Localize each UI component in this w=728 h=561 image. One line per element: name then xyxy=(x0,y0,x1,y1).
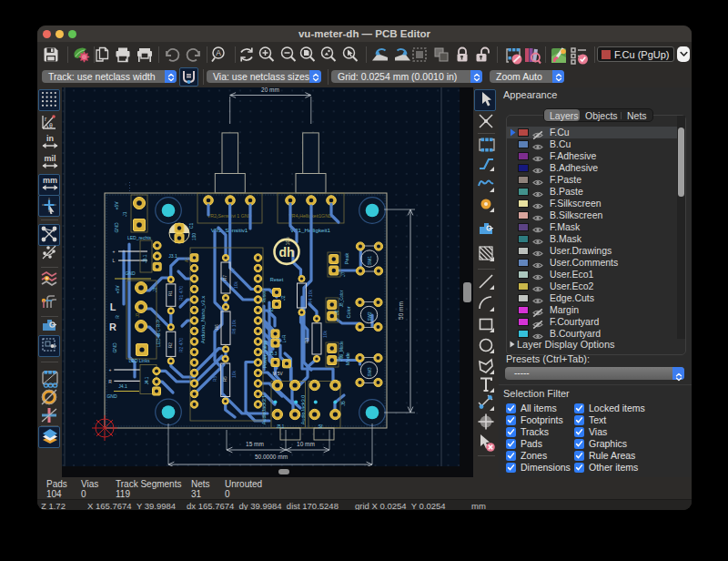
svg-text:J4.1: J4.1 xyxy=(118,383,127,389)
svg-text:10 mm: 10 mm xyxy=(297,441,315,447)
svg-text:L: L xyxy=(110,301,116,312)
svg-text:J2: J2 xyxy=(280,295,286,301)
svg-text:SW2: SW2 xyxy=(368,311,372,321)
svg-text:10k: 10k xyxy=(322,330,328,338)
svg-text:Sf: Sf xyxy=(318,423,323,429)
svg-text:AudioJack3.0: AudioJack3.0 xyxy=(300,395,306,424)
svg-text:GND: GND xyxy=(125,270,136,276)
svg-text:J5: J5 xyxy=(340,401,346,406)
svg-text:R: R xyxy=(109,321,116,332)
svg-text:J3.1: J3.1 xyxy=(168,253,177,259)
svg-text:50 mm: 50 mm xyxy=(398,301,404,320)
svg-text:R6: R6 xyxy=(215,324,219,330)
svg-text:in: in xyxy=(46,134,54,143)
svg-text:J3.1: J3.1 xyxy=(143,254,147,262)
svg-text:+5V: +5V xyxy=(115,285,120,294)
svg-text:M 5V: M 5V xyxy=(272,372,283,376)
svg-text:J8_Color: J8_Color xyxy=(339,290,344,307)
svg-text:AudioJack3.1: AudioJack3.1 xyxy=(261,395,267,424)
svg-text:20 mm: 20 mm xyxy=(261,87,279,93)
svg-text:C1: C1 xyxy=(188,223,194,230)
svg-text:10k: 10k xyxy=(233,280,238,289)
svg-text:L: L xyxy=(113,258,116,263)
svg-text:50.0000 mm: 50.0000 mm xyxy=(255,454,288,460)
svg-text:+5V: +5V xyxy=(114,201,119,210)
svg-text:GND: GND xyxy=(114,222,119,233)
svg-text:J5.1: J5.1 xyxy=(277,424,285,429)
svg-text:R1: R1 xyxy=(168,291,173,296)
svg-text:10u: 10u xyxy=(285,237,290,245)
svg-text:J2: J2 xyxy=(268,307,274,312)
svg-text:SW1: SW1 xyxy=(368,256,372,265)
svg-text:R2: R2 xyxy=(168,342,173,348)
svg-text:L+R: L+R xyxy=(282,334,287,342)
svg-text:R5: R5 xyxy=(212,376,217,382)
svg-text:15 mm: 15 mm xyxy=(246,441,264,447)
svg-text:R: R xyxy=(108,379,112,384)
svg-text:J9_Mode: J9_Mode xyxy=(339,341,344,358)
svg-text:R7: R7 xyxy=(230,268,236,274)
svg-text:dh: dh xyxy=(278,245,294,260)
svg-text:Peak: Peak xyxy=(344,252,349,264)
svg-text:SW3: SW3 xyxy=(368,367,372,376)
svg-text:R6 10k: R6 10k xyxy=(231,320,237,334)
svg-text:10k: 10k xyxy=(231,370,237,378)
svg-text:Reset: Reset xyxy=(270,277,284,282)
svg-text:GND: GND xyxy=(106,393,117,399)
svg-text:J3: J3 xyxy=(136,312,140,317)
svg-text:Power_Value: Power_Value xyxy=(262,341,268,369)
svg-text:J1: J1 xyxy=(122,211,127,217)
svg-text:R7: R7 xyxy=(223,275,228,280)
svg-text:+: + xyxy=(109,367,112,372)
svg-text:R4 10k: R4 10k xyxy=(308,290,313,304)
svg-text:R5: R5 xyxy=(223,376,228,382)
svg-text:θ: θ xyxy=(49,121,53,128)
svg-text:Mode: Mode xyxy=(345,352,350,365)
svg-text:A1: A1 xyxy=(185,257,189,262)
svg-text:LED_rechts: LED_rechts xyxy=(127,235,152,240)
svg-text:LED-G-L-R-P: LED-G-L-R-P xyxy=(156,319,161,347)
svg-text:100: 100 xyxy=(192,233,197,240)
svg-text:R2 470: R2 470 xyxy=(178,338,184,352)
svg-text:r: r xyxy=(45,116,47,122)
svg-text:J8: J8 xyxy=(334,310,339,315)
svg-text:GND: GND xyxy=(112,342,117,353)
svg-text:J7: J7 xyxy=(340,271,346,277)
svg-text:J4.1: J4.1 xyxy=(145,376,149,384)
svg-text:R1 470: R1 470 xyxy=(178,286,184,301)
svg-text:LED Links: LED Links xyxy=(129,358,150,363)
svg-text:Reset: Reset xyxy=(261,291,267,303)
svg-text:Arduino_Nano_v3.x: Arduino_Nano_v3.x xyxy=(200,296,206,344)
svg-text:mil: mil xyxy=(44,154,56,163)
svg-text:Color: Color xyxy=(346,306,351,318)
svg-text:R: R xyxy=(115,315,120,319)
svg-text:+: + xyxy=(113,249,116,254)
svg-text:A: A xyxy=(216,48,221,57)
svg-text:R3: R3 xyxy=(304,338,309,344)
svg-text:mm: mm xyxy=(43,176,57,185)
svg-text:J5.3: J5.3 xyxy=(269,352,278,356)
